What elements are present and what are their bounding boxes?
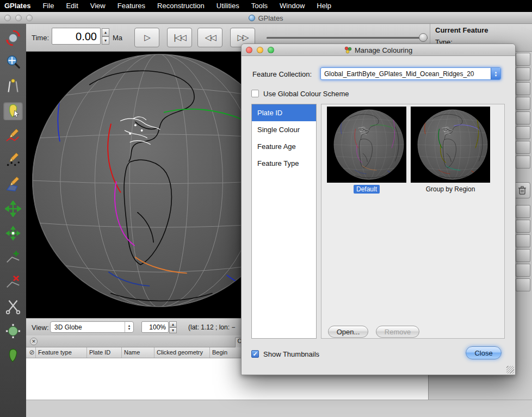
time-unit-label: Ma xyxy=(113,34,122,42)
resize-grip[interactable] xyxy=(506,366,514,374)
menu-reconstruction[interactable]: Reconstruction xyxy=(151,0,211,12)
column-header-clicked-geometry[interactable]: Clicked geometry xyxy=(154,347,210,358)
current-feature-title: Current Feature xyxy=(435,26,488,34)
tool-insert-vertex-button[interactable] xyxy=(3,248,23,267)
collapsed-panel-button[interactable] xyxy=(516,82,530,95)
collapsed-panel-button[interactable] xyxy=(516,220,530,233)
time-stepper-up-icon[interactable]: ▴ xyxy=(102,28,109,36)
thumbnail-label-group-by-region: Group by Region xyxy=(426,185,475,193)
tool-build-topology-button[interactable] xyxy=(3,346,23,365)
measure-distance-icon xyxy=(5,78,21,95)
tool-rail xyxy=(0,24,26,417)
combo-stepper-icon[interactable]: ▲▼ xyxy=(491,68,500,79)
collapsed-panel-button[interactable] xyxy=(516,141,530,154)
zoom-globe-icon xyxy=(5,54,21,70)
tool-zoom-globe-button[interactable] xyxy=(3,53,23,71)
tool-split-feature-button[interactable] xyxy=(3,297,23,316)
column-header-plate-id[interactable]: Plate ID xyxy=(87,347,122,358)
default-scheme-preview xyxy=(327,107,406,183)
time-slider-handle[interactable] xyxy=(419,33,428,42)
delete-feature-button[interactable] xyxy=(514,182,530,198)
collapsed-panel-button[interactable] xyxy=(516,97,530,110)
view-label: View: xyxy=(32,323,49,332)
window-title-bar[interactable]: GPlates xyxy=(0,12,532,24)
zoom-stepper-up-icon[interactable]: ▴ xyxy=(169,321,177,327)
menu-window[interactable]: Window xyxy=(274,0,311,12)
time-stepper[interactable]: ▴ ▾ xyxy=(102,28,109,45)
collapsed-panel-button[interactable] xyxy=(516,155,530,169)
menu-edit[interactable]: Edit xyxy=(60,0,84,12)
collapsed-panel-button[interactable] xyxy=(516,126,530,139)
tool-digitise-polygon-button[interactable] xyxy=(3,175,23,194)
tool-manipulate-pole-button[interactable] xyxy=(3,322,23,340)
time-slider[interactable] xyxy=(267,37,428,39)
feature-collection-combo[interactable]: Global_EarthByte_GPlates_Mid_Ocean_Ridge… xyxy=(320,67,501,80)
collapsed-panel-button[interactable] xyxy=(516,205,530,218)
menu-utilities[interactable]: Utilities xyxy=(211,0,245,12)
tool-move-vertex-button[interactable] xyxy=(3,224,23,242)
use-global-scheme-checkbox[interactable] xyxy=(251,90,259,97)
step-back-button[interactable]: ◁◁ xyxy=(197,28,222,47)
tool-choose-feature-button[interactable] xyxy=(3,102,23,120)
menu-tools[interactable]: Tools xyxy=(245,0,274,12)
play-button[interactable]: ▷ xyxy=(134,28,159,47)
tool-digitise-multipoint-button[interactable] xyxy=(3,151,23,169)
no-selection-icon: ⊘ xyxy=(26,347,36,358)
play-icon: ▷ xyxy=(144,33,150,42)
choose-feature-icon xyxy=(5,103,21,119)
scheme-thumbnail-default[interactable]: Default xyxy=(327,107,406,193)
dialog-title-area: Manage Colouring xyxy=(242,44,515,56)
menu-gplates[interactable]: GPlates xyxy=(0,0,36,12)
tool-reorient-globe-button[interactable] xyxy=(3,28,23,47)
zoom-stepper[interactable]: ▴ ▾ xyxy=(169,321,177,333)
collapsed-panel-button[interactable] xyxy=(516,111,530,125)
cursor-coordinates: (lat: 1.12 ; lon: − xyxy=(188,323,235,331)
digitise-polygon-icon xyxy=(5,176,21,192)
category-feature-type[interactable]: Feature Type xyxy=(252,155,316,172)
step-forward-icon: ▷▷ xyxy=(237,33,248,42)
collapsed-panel-button[interactable] xyxy=(516,53,530,66)
manipulate-pole-icon xyxy=(5,323,21,339)
remove-button[interactable]: Remove xyxy=(376,326,419,338)
tool-digitise-polyline-button[interactable] xyxy=(3,126,23,145)
show-thumbnails-checkbox[interactable]: ✓ xyxy=(251,350,259,358)
time-input[interactable]: 0.00 xyxy=(52,28,101,45)
collapsed-panel-button[interactable] xyxy=(516,264,530,277)
open-button[interactable]: Open... xyxy=(328,326,368,338)
menu-view[interactable]: View xyxy=(84,0,112,12)
seek-start-button[interactable]: |◁◁ xyxy=(167,28,192,47)
dialog-title: Manage Colouring xyxy=(355,46,412,54)
thumbnail-label-default: Default xyxy=(354,185,380,194)
time-stepper-down-icon[interactable]: ▾ xyxy=(102,36,109,45)
delete-vertex-icon xyxy=(5,274,21,290)
close-panel-button[interactable]: ✕ xyxy=(30,338,38,345)
view-mode-dropdown[interactable]: 3D Globe ▴▾ xyxy=(50,321,134,333)
column-header-name[interactable]: Name xyxy=(122,347,154,358)
menu-file[interactable]: File xyxy=(36,0,60,12)
zoom-input[interactable]: 100% xyxy=(141,321,169,333)
dialog-title-bar[interactable]: Manage Colouring xyxy=(242,44,515,56)
collapsed-panel-button[interactable] xyxy=(516,67,530,80)
view-mode-value: 3D Globe xyxy=(51,323,125,331)
group-by-region-scheme-preview xyxy=(411,107,490,183)
zoom-stepper-down-icon[interactable]: ▾ xyxy=(169,327,177,333)
show-thumbnails-label: Show Thumbnails xyxy=(263,350,319,358)
tool-measure-distance-button[interactable] xyxy=(3,77,23,96)
category-plate-id[interactable]: Plate ID xyxy=(252,104,316,121)
close-button[interactable]: Close xyxy=(466,346,502,359)
split-feature-icon xyxy=(5,298,21,315)
window-title-area: GPlates xyxy=(0,12,532,24)
build-topology-icon xyxy=(5,347,21,364)
category-single-colour[interactable]: Single Colour xyxy=(252,121,316,138)
feature-collection-label: Feature Collection: xyxy=(252,70,312,78)
scheme-thumbnail-group-by-region[interactable]: Group by Region xyxy=(411,107,490,193)
category-feature-age[interactable]: Feature Age xyxy=(252,138,316,155)
tool-delete-vertex-button[interactable] xyxy=(3,273,23,291)
collapsed-panel-button[interactable] xyxy=(516,278,530,291)
column-header-feature-type[interactable]: Feature type xyxy=(36,347,87,358)
menu-help[interactable]: Help xyxy=(311,0,337,12)
collapsed-panel-button[interactable] xyxy=(516,234,530,247)
collapsed-panel-button[interactable] xyxy=(516,249,530,262)
tool-move-geometry-button[interactable] xyxy=(3,200,23,218)
menu-features[interactable]: Features xyxy=(112,0,151,12)
